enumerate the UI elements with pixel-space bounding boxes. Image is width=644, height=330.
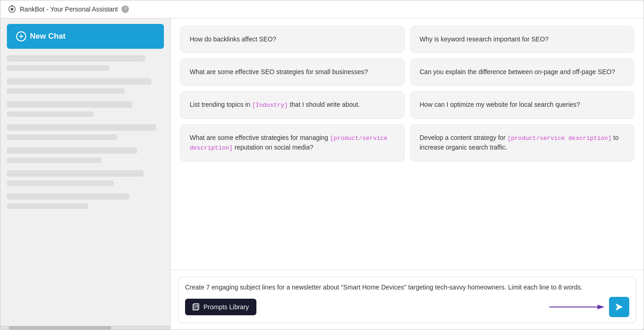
rankbot-icon [8,5,16,13]
skeleton-item [7,65,109,71]
suggestion-card-4[interactable]: Can you explain the difference between o… [410,58,635,86]
suggestion-card-6[interactable]: How can I optimize my website for local … [410,91,635,119]
main-layout: + New Chat [0,18,644,330]
svg-marker-11 [615,303,623,311]
suggestion-card-3[interactable]: What are some effective SEO strategies f… [180,58,405,86]
input-text[interactable]: Create 7 engaging subject lines for a ne… [185,283,629,292]
suggestion-text: What are some effective SEO strategies f… [190,68,368,75]
skeleton-item [7,124,156,131]
new-chat-button[interactable]: + New Chat [7,24,164,49]
app-title: RankBot - Your Personal Assistant [20,6,118,13]
skeleton-group-7 [7,193,164,209]
suggestion-text: Why is keyword research important for SE… [420,35,549,43]
skeleton-group-6 [7,170,164,186]
skeleton-item [7,111,93,117]
suggestions-grid[interactable]: How do backlinks affect SEO? Why is keyw… [171,18,644,270]
suggestion-card-5[interactable]: List trending topics in [Industry] that … [180,91,405,119]
arrow-container [549,302,604,312]
suggestion-text-part1: What are some effective strategies for m… [190,134,330,141]
input-area: Create 7 engaging subject lines for a ne… [171,270,644,330]
suggestion-text-part2: that I should write about. [288,101,360,108]
sidebar-scroll[interactable]: + New Chat [0,18,170,326]
arrow-line-svg [549,302,604,312]
suggestion-card-7[interactable]: What are some effective strategies for m… [180,124,405,162]
main-content: How do backlinks affect SEO? Why is keyw… [171,18,644,330]
app-window: RankBot - Your Personal Assistant ? + Ne… [0,0,644,330]
skeleton-item [7,157,101,163]
new-chat-label: New Chat [30,32,65,41]
svg-marker-10 [598,305,604,309]
suggestion-card-8[interactable]: Develop a content strategy for [product/… [410,124,635,162]
skeleton-group-1 [7,55,164,71]
prompts-library-icon [192,303,200,311]
skeleton-item [7,101,133,108]
skeleton-item [7,78,151,85]
send-area [549,297,629,317]
input-footer: Prompts Library [185,297,629,317]
sidebar: + New Chat [0,18,171,330]
skeleton-item [7,134,117,140]
help-icon[interactable]: ? [122,6,129,13]
sidebar-horizontal-scrollbar[interactable] [0,326,170,330]
skeleton-group-4 [7,124,164,140]
input-box: Create 7 engaging subject lines for a ne… [178,277,636,323]
skeleton-group-2 [7,78,164,94]
suggestion-text: How do backlinks affect SEO? [190,35,276,43]
suggestion-text: How can I optimize my website for local … [420,101,580,108]
send-icon [615,302,624,312]
skeleton-item [7,193,129,200]
suggestion-card-1[interactable]: How do backlinks affect SEO? [180,26,405,53]
skeleton-item [7,88,125,94]
skeleton-group-5 [7,147,164,163]
suggestion-text-part1: List trending topics in [190,101,252,108]
plus-icon: + [16,31,26,41]
skeleton-item [7,55,145,62]
skeleton-item [7,180,114,186]
suggestion-text-part2: reputation on social media? [233,144,313,151]
skeleton-item [7,147,137,154]
suggestion-highlight: [Industry] [252,102,288,109]
svg-point-1 [11,8,13,11]
suggestion-text: Can you explain the difference between o… [420,68,615,75]
skeleton-item [7,170,144,177]
title-bar: RankBot - Your Personal Assistant ? [0,0,644,18]
suggestions-area: How do backlinks affect SEO? Why is keyw… [171,18,644,270]
send-button[interactable] [609,297,629,317]
prompts-library-button[interactable]: Prompts Library [185,299,256,315]
suggestion-card-2[interactable]: Why is keyword research important for SE… [410,26,635,53]
prompts-library-label: Prompts Library [203,303,249,311]
skeleton-group-3 [7,101,164,117]
skeleton-item [7,203,88,209]
suggestion-highlight: [product/service description] [507,135,611,142]
suggestion-text-part1: Develop a content strategy for [420,134,508,141]
